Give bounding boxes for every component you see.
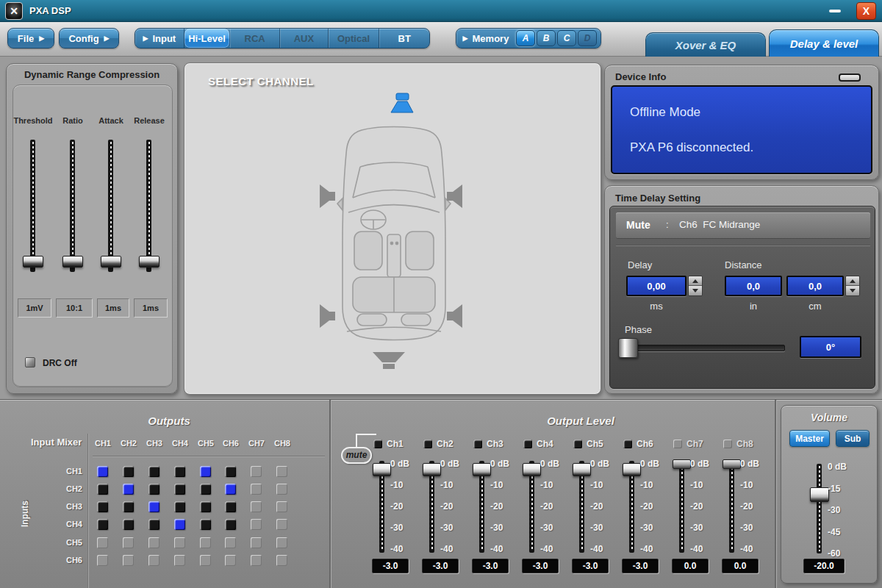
speaker-subwoofer[interactable]	[373, 352, 405, 370]
threshold-thumb[interactable]	[23, 256, 43, 268]
mute-checkbox[interactable]	[523, 440, 532, 448]
mixer-cell[interactable]	[276, 537, 287, 548]
minimize-icon[interactable]	[829, 10, 841, 12]
mixer-cell[interactable]	[225, 519, 236, 530]
mixer-cell[interactable]	[200, 519, 211, 530]
mixer-cell[interactable]	[251, 537, 262, 548]
fader-track[interactable]	[729, 461, 734, 553]
collapse-icon[interactable]	[839, 74, 861, 82]
mixer-cell[interactable]	[200, 555, 211, 566]
mixer-cell[interactable]	[148, 466, 159, 477]
tab-aux[interactable]: AUX	[280, 29, 329, 48]
fader-thumb[interactable]	[623, 463, 641, 476]
close-icon[interactable]: X	[856, 2, 876, 20]
mixer-cell[interactable]	[174, 537, 185, 548]
spinner-down-icon[interactable]	[846, 286, 859, 295]
mixer-cell[interactable]	[97, 484, 108, 495]
speaker-front-center-selected[interactable]	[390, 93, 414, 113]
mixer-cell[interactable]	[276, 555, 287, 566]
attack-thumb[interactable]	[101, 256, 121, 268]
mixer-cell[interactable]	[174, 501, 185, 512]
mixer-cell[interactable]	[148, 519, 159, 530]
fader-thumb[interactable]	[673, 459, 691, 469]
sub-button[interactable]: Sub	[836, 430, 870, 447]
spinner-up-icon[interactable]	[846, 276, 859, 286]
mixer-cell[interactable]	[225, 466, 236, 477]
mixer-cell[interactable]	[251, 519, 262, 530]
mixer-cell[interactable]	[123, 537, 134, 548]
fader-track[interactable]	[679, 461, 684, 553]
tab-optical[interactable]: Optical	[329, 29, 380, 48]
mute-checkbox[interactable]	[723, 440, 732, 448]
volume-fader-track[interactable]	[817, 464, 822, 553]
tab-delay-level[interactable]: Delay & level	[769, 29, 879, 57]
volume-fader-thumb[interactable]	[810, 487, 829, 502]
app-logo-icon[interactable]: ✕	[5, 2, 23, 20]
fader-thumb[interactable]	[523, 463, 541, 476]
delay-field[interactable]: 0,00	[626, 276, 686, 296]
mixer-cell[interactable]	[225, 501, 236, 512]
fader-thumb[interactable]	[573, 463, 591, 476]
mute-checkbox[interactable]	[573, 440, 582, 448]
ratio-track[interactable]	[70, 140, 75, 272]
tab-rca[interactable]: RCA	[230, 29, 280, 48]
memory-menu-button[interactable]: ▶ Memory	[456, 29, 515, 48]
mixer-cell[interactable]	[174, 519, 185, 530]
tab-bt[interactable]: BT	[379, 29, 429, 48]
mixer-cell[interactable]	[148, 501, 159, 512]
mixer-cell[interactable]	[200, 484, 211, 495]
mixer-cell[interactable]	[200, 537, 211, 548]
mixer-cell[interactable]	[225, 537, 236, 548]
mute-checkbox[interactable]	[423, 440, 432, 448]
mixer-cell[interactable]	[251, 501, 262, 512]
mixer-cell[interactable]	[174, 555, 185, 566]
mixer-cell[interactable]	[251, 466, 262, 477]
threshold-track[interactable]	[30, 140, 35, 272]
memory-slot-c[interactable]: C	[557, 30, 576, 46]
distance-cm-field[interactable]: 0,0	[786, 276, 844, 296]
speaker-front-left[interactable]	[320, 184, 336, 208]
distance-in-field[interactable]: 0,0	[725, 276, 782, 296]
memory-slot-a[interactable]: A	[516, 30, 535, 46]
mute-checkbox[interactable]	[673, 440, 682, 448]
mixer-cell[interactable]	[200, 466, 211, 477]
mixer-cell[interactable]	[225, 555, 236, 566]
tab-xover-eq[interactable]: Xover & EQ	[645, 32, 766, 57]
fader-thumb[interactable]	[373, 463, 391, 476]
speaker-rear-left[interactable]	[320, 304, 336, 328]
input-menu-button[interactable]: ▶ Input	[135, 29, 184, 48]
config-button[interactable]: Config ▶	[59, 28, 119, 49]
mixer-cell[interactable]	[174, 466, 185, 477]
file-button[interactable]: File ▶	[7, 28, 54, 49]
mixer-cell[interactable]	[123, 519, 134, 530]
mixer-cell[interactable]	[174, 484, 185, 495]
mixer-cell[interactable]	[225, 484, 236, 495]
mute-checkbox[interactable]	[373, 440, 382, 448]
mixer-cell[interactable]	[200, 501, 211, 512]
release-thumb[interactable]	[139, 256, 159, 268]
fader-thumb[interactable]	[473, 463, 491, 476]
phase-value[interactable]: 0°	[800, 336, 861, 358]
spinner-up-icon[interactable]	[689, 276, 702, 286]
ratio-thumb[interactable]	[62, 256, 83, 268]
mixer-cell[interactable]	[276, 519, 287, 530]
mixer-cell[interactable]	[123, 484, 134, 495]
mixer-cell[interactable]	[148, 484, 159, 495]
mixer-cell[interactable]	[276, 501, 287, 512]
mixer-cell[interactable]	[148, 555, 159, 566]
tab-hi-level[interactable]: Hi-Level	[184, 29, 231, 48]
mute-checkbox[interactable]	[473, 440, 482, 448]
mixer-cell[interactable]	[97, 519, 108, 530]
mixer-cell[interactable]	[97, 555, 108, 566]
speaker-rear-right[interactable]	[446, 304, 462, 328]
memory-slot-d[interactable]: D	[578, 30, 597, 46]
speaker-front-right[interactable]	[446, 184, 462, 208]
phase-slider-thumb[interactable]	[618, 338, 638, 358]
mixer-cell[interactable]	[276, 484, 287, 495]
memory-slot-b[interactable]: B	[537, 30, 556, 46]
fader-thumb[interactable]	[723, 459, 741, 469]
mixer-cell[interactable]	[97, 466, 108, 477]
mixer-cell[interactable]	[251, 484, 262, 495]
mixer-cell[interactable]	[251, 555, 262, 566]
mixer-cell[interactable]	[123, 555, 134, 566]
